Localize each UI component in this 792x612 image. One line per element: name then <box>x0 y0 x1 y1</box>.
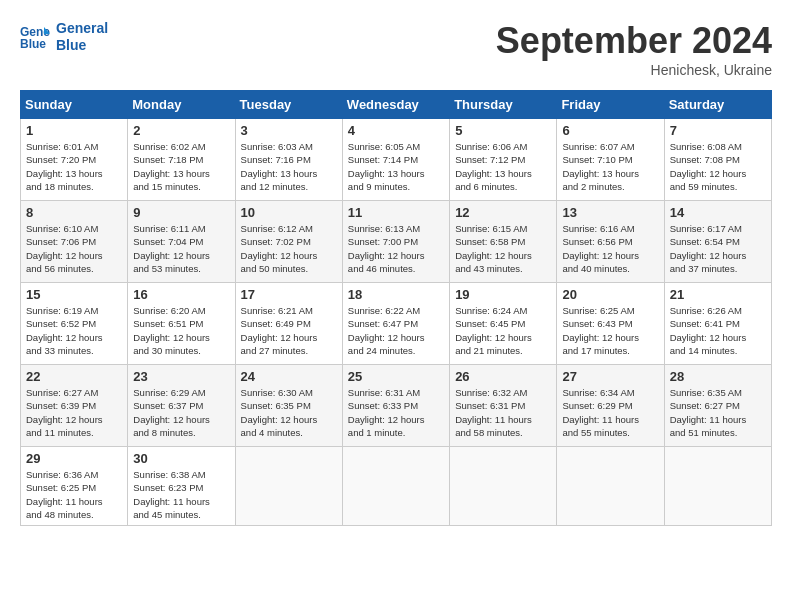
page-header: General Blue General Blue September 2024… <box>20 20 772 78</box>
col-thursday: Thursday <box>450 91 557 119</box>
table-row: 16Sunrise: 6:20 AMSunset: 6:51 PMDayligh… <box>128 283 235 365</box>
day-info: Sunrise: 6:21 AMSunset: 6:49 PMDaylight:… <box>241 304 337 357</box>
day-number: 25 <box>348 369 444 384</box>
day-info: Sunrise: 6:19 AMSunset: 6:52 PMDaylight:… <box>26 304 122 357</box>
table-row: 4Sunrise: 6:05 AMSunset: 7:14 PMDaylight… <box>342 119 449 201</box>
calendar-table: Sunday Monday Tuesday Wednesday Thursday… <box>20 90 772 526</box>
day-number: 2 <box>133 123 229 138</box>
table-row: 18Sunrise: 6:22 AMSunset: 6:47 PMDayligh… <box>342 283 449 365</box>
day-number: 26 <box>455 369 551 384</box>
table-row: 13Sunrise: 6:16 AMSunset: 6:56 PMDayligh… <box>557 201 664 283</box>
table-row: 21Sunrise: 6:26 AMSunset: 6:41 PMDayligh… <box>664 283 771 365</box>
day-number: 13 <box>562 205 658 220</box>
location: Henichesk, Ukraine <box>496 62 772 78</box>
day-number: 20 <box>562 287 658 302</box>
col-saturday: Saturday <box>664 91 771 119</box>
table-row: 2Sunrise: 6:02 AMSunset: 7:18 PMDaylight… <box>128 119 235 201</box>
day-info: Sunrise: 6:26 AMSunset: 6:41 PMDaylight:… <box>670 304 766 357</box>
table-row: 24Sunrise: 6:30 AMSunset: 6:35 PMDayligh… <box>235 365 342 447</box>
day-info: Sunrise: 6:32 AMSunset: 6:31 PMDaylight:… <box>455 386 551 439</box>
day-info: Sunrise: 6:15 AMSunset: 6:58 PMDaylight:… <box>455 222 551 275</box>
day-info: Sunrise: 6:25 AMSunset: 6:43 PMDaylight:… <box>562 304 658 357</box>
day-number: 27 <box>562 369 658 384</box>
title-block: September 2024 Henichesk, Ukraine <box>496 20 772 78</box>
day-number: 10 <box>241 205 337 220</box>
day-info: Sunrise: 6:13 AMSunset: 7:00 PMDaylight:… <box>348 222 444 275</box>
day-number: 23 <box>133 369 229 384</box>
col-wednesday: Wednesday <box>342 91 449 119</box>
table-row: 11Sunrise: 6:13 AMSunset: 7:00 PMDayligh… <box>342 201 449 283</box>
col-friday: Friday <box>557 91 664 119</box>
logo: General Blue General Blue <box>20 20 108 54</box>
day-info: Sunrise: 6:01 AMSunset: 7:20 PMDaylight:… <box>26 140 122 193</box>
day-number: 7 <box>670 123 766 138</box>
table-row: 10Sunrise: 6:12 AMSunset: 7:02 PMDayligh… <box>235 201 342 283</box>
day-number: 8 <box>26 205 122 220</box>
table-row <box>664 447 771 526</box>
day-info: Sunrise: 6:20 AMSunset: 6:51 PMDaylight:… <box>133 304 229 357</box>
logo-icon: General Blue <box>20 22 50 52</box>
day-info: Sunrise: 6:22 AMSunset: 6:47 PMDaylight:… <box>348 304 444 357</box>
table-row <box>450 447 557 526</box>
table-row: 3Sunrise: 6:03 AMSunset: 7:16 PMDaylight… <box>235 119 342 201</box>
day-number: 12 <box>455 205 551 220</box>
table-row: 1Sunrise: 6:01 AMSunset: 7:20 PMDaylight… <box>21 119 128 201</box>
table-row <box>342 447 449 526</box>
table-row: 6Sunrise: 6:07 AMSunset: 7:10 PMDaylight… <box>557 119 664 201</box>
day-info: Sunrise: 6:30 AMSunset: 6:35 PMDaylight:… <box>241 386 337 439</box>
day-number: 17 <box>241 287 337 302</box>
day-number: 28 <box>670 369 766 384</box>
day-number: 9 <box>133 205 229 220</box>
day-info: Sunrise: 6:12 AMSunset: 7:02 PMDaylight:… <box>241 222 337 275</box>
day-number: 19 <box>455 287 551 302</box>
day-number: 22 <box>26 369 122 384</box>
logo-line1: General <box>56 20 108 37</box>
day-info: Sunrise: 6:07 AMSunset: 7:10 PMDaylight:… <box>562 140 658 193</box>
day-info: Sunrise: 6:11 AMSunset: 7:04 PMDaylight:… <box>133 222 229 275</box>
table-row: 30Sunrise: 6:38 AMSunset: 6:23 PMDayligh… <box>128 447 235 526</box>
day-info: Sunrise: 6:06 AMSunset: 7:12 PMDaylight:… <box>455 140 551 193</box>
day-number: 6 <box>562 123 658 138</box>
table-row: 28Sunrise: 6:35 AMSunset: 6:27 PMDayligh… <box>664 365 771 447</box>
day-info: Sunrise: 6:05 AMSunset: 7:14 PMDaylight:… <box>348 140 444 193</box>
table-row: 17Sunrise: 6:21 AMSunset: 6:49 PMDayligh… <box>235 283 342 365</box>
table-row: 14Sunrise: 6:17 AMSunset: 6:54 PMDayligh… <box>664 201 771 283</box>
day-info: Sunrise: 6:38 AMSunset: 6:23 PMDaylight:… <box>133 468 229 521</box>
table-row: 15Sunrise: 6:19 AMSunset: 6:52 PMDayligh… <box>21 283 128 365</box>
day-number: 18 <box>348 287 444 302</box>
table-row: 29Sunrise: 6:36 AMSunset: 6:25 PMDayligh… <box>21 447 128 526</box>
day-number: 21 <box>670 287 766 302</box>
table-row: 27Sunrise: 6:34 AMSunset: 6:29 PMDayligh… <box>557 365 664 447</box>
table-row: 8Sunrise: 6:10 AMSunset: 7:06 PMDaylight… <box>21 201 128 283</box>
table-row: 22Sunrise: 6:27 AMSunset: 6:39 PMDayligh… <box>21 365 128 447</box>
day-info: Sunrise: 6:31 AMSunset: 6:33 PMDaylight:… <box>348 386 444 439</box>
table-row: 25Sunrise: 6:31 AMSunset: 6:33 PMDayligh… <box>342 365 449 447</box>
day-info: Sunrise: 6:34 AMSunset: 6:29 PMDaylight:… <box>562 386 658 439</box>
table-row: 19Sunrise: 6:24 AMSunset: 6:45 PMDayligh… <box>450 283 557 365</box>
day-info: Sunrise: 6:24 AMSunset: 6:45 PMDaylight:… <box>455 304 551 357</box>
day-number: 29 <box>26 451 122 466</box>
day-info: Sunrise: 6:10 AMSunset: 7:06 PMDaylight:… <box>26 222 122 275</box>
day-number: 16 <box>133 287 229 302</box>
calendar-header-row: Sunday Monday Tuesday Wednesday Thursday… <box>21 91 772 119</box>
table-row: 5Sunrise: 6:06 AMSunset: 7:12 PMDaylight… <box>450 119 557 201</box>
day-info: Sunrise: 6:08 AMSunset: 7:08 PMDaylight:… <box>670 140 766 193</box>
col-monday: Monday <box>128 91 235 119</box>
day-info: Sunrise: 6:03 AMSunset: 7:16 PMDaylight:… <box>241 140 337 193</box>
day-number: 3 <box>241 123 337 138</box>
table-row: 7Sunrise: 6:08 AMSunset: 7:08 PMDaylight… <box>664 119 771 201</box>
day-info: Sunrise: 6:17 AMSunset: 6:54 PMDaylight:… <box>670 222 766 275</box>
day-info: Sunrise: 6:02 AMSunset: 7:18 PMDaylight:… <box>133 140 229 193</box>
day-number: 24 <box>241 369 337 384</box>
day-number: 4 <box>348 123 444 138</box>
day-number: 14 <box>670 205 766 220</box>
logo-line2: Blue <box>56 37 108 54</box>
day-info: Sunrise: 6:16 AMSunset: 6:56 PMDaylight:… <box>562 222 658 275</box>
day-number: 15 <box>26 287 122 302</box>
day-info: Sunrise: 6:27 AMSunset: 6:39 PMDaylight:… <box>26 386 122 439</box>
day-number: 1 <box>26 123 122 138</box>
svg-text:Blue: Blue <box>20 37 46 51</box>
table-row: 12Sunrise: 6:15 AMSunset: 6:58 PMDayligh… <box>450 201 557 283</box>
table-row: 23Sunrise: 6:29 AMSunset: 6:37 PMDayligh… <box>128 365 235 447</box>
table-row: 20Sunrise: 6:25 AMSunset: 6:43 PMDayligh… <box>557 283 664 365</box>
